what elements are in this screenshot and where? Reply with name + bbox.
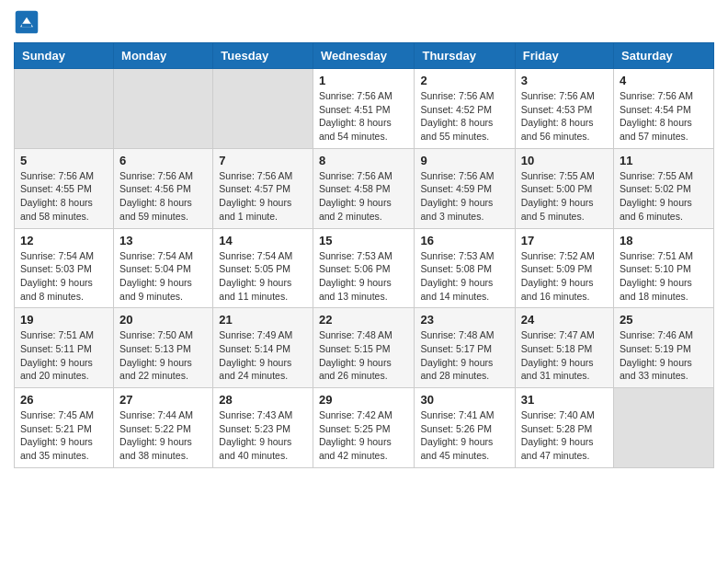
week-row-2: 5Sunrise: 7:56 AM Sunset: 4:55 PM Daylig… xyxy=(15,148,714,228)
calendar-cell: 26Sunrise: 7:45 AM Sunset: 5:21 PM Dayli… xyxy=(15,388,114,468)
week-row-5: 26Sunrise: 7:45 AM Sunset: 5:21 PM Dayli… xyxy=(15,388,714,468)
calendar-cell: 29Sunrise: 7:42 AM Sunset: 5:25 PM Dayli… xyxy=(313,388,415,468)
day-info: Sunrise: 7:55 AM Sunset: 5:02 PM Dayligh… xyxy=(620,169,708,224)
calendar-cell: 30Sunrise: 7:41 AM Sunset: 5:26 PM Dayli… xyxy=(415,388,515,468)
calendar-cell: 21Sunrise: 7:49 AM Sunset: 5:14 PM Dayli… xyxy=(213,308,313,388)
day-number: 5 xyxy=(20,154,108,167)
day-number: 2 xyxy=(420,74,508,87)
calendar-cell: 13Sunrise: 7:54 AM Sunset: 5:04 PM Dayli… xyxy=(114,228,213,308)
day-number: 29 xyxy=(319,393,409,407)
day-number: 31 xyxy=(521,393,608,407)
calendar-cell: 24Sunrise: 7:47 AM Sunset: 5:18 PM Dayli… xyxy=(515,308,613,388)
day-info: Sunrise: 7:47 AM Sunset: 5:18 PM Dayligh… xyxy=(521,328,608,383)
day-info: Sunrise: 7:53 AM Sunset: 5:08 PM Dayligh… xyxy=(420,249,508,304)
day-number: 14 xyxy=(219,234,307,247)
day-info: Sunrise: 7:50 AM Sunset: 5:13 PM Dayligh… xyxy=(119,328,207,383)
logo-icon xyxy=(14,9,40,35)
weekday-header-sunday: Sunday xyxy=(15,43,114,69)
day-number: 8 xyxy=(319,154,409,167)
day-info: Sunrise: 7:48 AM Sunset: 5:15 PM Dayligh… xyxy=(319,328,409,383)
week-row-4: 19Sunrise: 7:51 AM Sunset: 5:11 PM Dayli… xyxy=(15,308,714,388)
calendar-cell: 12Sunrise: 7:54 AM Sunset: 5:03 PM Dayli… xyxy=(15,228,114,308)
calendar-cell: 19Sunrise: 7:51 AM Sunset: 5:11 PM Dayli… xyxy=(15,308,114,388)
calendar-cell: 9Sunrise: 7:56 AM Sunset: 4:59 PM Daylig… xyxy=(415,148,515,228)
calendar-cell: 20Sunrise: 7:50 AM Sunset: 5:13 PM Dayli… xyxy=(114,308,213,388)
day-info: Sunrise: 7:56 AM Sunset: 4:54 PM Dayligh… xyxy=(620,89,708,144)
day-number: 24 xyxy=(521,313,608,327)
day-info: Sunrise: 7:54 AM Sunset: 5:04 PM Dayligh… xyxy=(119,249,207,304)
calendar-cell: 17Sunrise: 7:52 AM Sunset: 5:09 PM Dayli… xyxy=(515,228,613,308)
day-number: 20 xyxy=(119,313,207,327)
header xyxy=(14,9,714,35)
day-number: 3 xyxy=(521,74,608,87)
day-info: Sunrise: 7:56 AM Sunset: 4:57 PM Dayligh… xyxy=(219,169,307,224)
day-number: 4 xyxy=(620,74,708,87)
day-info: Sunrise: 7:56 AM Sunset: 4:59 PM Dayligh… xyxy=(420,169,508,224)
logo xyxy=(14,9,43,35)
calendar-cell: 8Sunrise: 7:56 AM Sunset: 4:58 PM Daylig… xyxy=(313,148,415,228)
calendar-cell: 31Sunrise: 7:40 AM Sunset: 5:28 PM Dayli… xyxy=(515,388,613,468)
day-info: Sunrise: 7:53 AM Sunset: 5:06 PM Dayligh… xyxy=(319,249,409,304)
calendar-cell: 25Sunrise: 7:46 AM Sunset: 5:19 PM Dayli… xyxy=(614,308,714,388)
day-info: Sunrise: 7:54 AM Sunset: 5:03 PM Dayligh… xyxy=(20,249,108,304)
day-number: 13 xyxy=(119,234,207,247)
day-info: Sunrise: 7:51 AM Sunset: 5:11 PM Dayligh… xyxy=(20,328,108,383)
day-info: Sunrise: 7:52 AM Sunset: 5:09 PM Dayligh… xyxy=(521,249,608,304)
day-info: Sunrise: 7:40 AM Sunset: 5:28 PM Dayligh… xyxy=(521,408,608,463)
day-info: Sunrise: 7:43 AM Sunset: 5:23 PM Dayligh… xyxy=(219,408,307,463)
day-info: Sunrise: 7:54 AM Sunset: 5:05 PM Dayligh… xyxy=(219,249,307,304)
day-info: Sunrise: 7:42 AM Sunset: 5:25 PM Dayligh… xyxy=(319,408,409,463)
calendar-cell: 10Sunrise: 7:55 AM Sunset: 5:00 PM Dayli… xyxy=(515,148,613,228)
svg-rect-2 xyxy=(22,24,32,28)
day-info: Sunrise: 7:45 AM Sunset: 5:21 PM Dayligh… xyxy=(20,408,108,463)
calendar-cell xyxy=(114,69,213,149)
day-number: 30 xyxy=(420,393,508,407)
calendar-cell: 27Sunrise: 7:44 AM Sunset: 5:22 PM Dayli… xyxy=(114,388,213,468)
calendar-cell xyxy=(614,388,714,468)
calendar-cell: 18Sunrise: 7:51 AM Sunset: 5:10 PM Dayli… xyxy=(614,228,714,308)
calendar-cell: 23Sunrise: 7:48 AM Sunset: 5:17 PM Dayli… xyxy=(415,308,515,388)
weekday-header-monday: Monday xyxy=(114,43,213,69)
day-number: 26 xyxy=(20,393,108,407)
day-info: Sunrise: 7:56 AM Sunset: 4:55 PM Dayligh… xyxy=(20,169,108,224)
day-info: Sunrise: 7:46 AM Sunset: 5:19 PM Dayligh… xyxy=(620,328,708,383)
day-info: Sunrise: 7:56 AM Sunset: 4:51 PM Dayligh… xyxy=(319,89,409,144)
week-row-1: 1Sunrise: 7:56 AM Sunset: 4:51 PM Daylig… xyxy=(15,69,714,149)
day-info: Sunrise: 7:56 AM Sunset: 4:53 PM Dayligh… xyxy=(521,89,608,144)
calendar-cell: 11Sunrise: 7:55 AM Sunset: 5:02 PM Dayli… xyxy=(614,148,714,228)
weekday-header-friday: Friday xyxy=(515,43,613,69)
day-info: Sunrise: 7:51 AM Sunset: 5:10 PM Dayligh… xyxy=(620,249,708,304)
calendar-table: SundayMondayTuesdayWednesdayThursdayFrid… xyxy=(14,42,714,468)
day-number: 9 xyxy=(420,154,508,167)
day-info: Sunrise: 7:41 AM Sunset: 5:26 PM Dayligh… xyxy=(420,408,508,463)
day-number: 23 xyxy=(420,313,508,327)
day-number: 28 xyxy=(219,393,307,407)
day-info: Sunrise: 7:56 AM Sunset: 4:58 PM Dayligh… xyxy=(319,169,409,224)
day-number: 17 xyxy=(521,234,608,247)
day-number: 21 xyxy=(219,313,307,327)
calendar-page: SundayMondayTuesdayWednesdayThursdayFrid… xyxy=(0,0,728,482)
day-number: 18 xyxy=(620,234,708,247)
day-number: 11 xyxy=(620,154,708,167)
weekday-header-row: SundayMondayTuesdayWednesdayThursdayFrid… xyxy=(15,43,714,69)
day-info: Sunrise: 7:56 AM Sunset: 4:52 PM Dayligh… xyxy=(420,89,508,144)
calendar-cell: 1Sunrise: 7:56 AM Sunset: 4:51 PM Daylig… xyxy=(313,69,415,149)
weekday-header-saturday: Saturday xyxy=(614,43,714,69)
calendar-cell: 3Sunrise: 7:56 AM Sunset: 4:53 PM Daylig… xyxy=(515,69,613,149)
calendar-cell xyxy=(15,69,114,149)
day-number: 10 xyxy=(521,154,608,167)
day-number: 1 xyxy=(319,74,409,87)
calendar-cell: 7Sunrise: 7:56 AM Sunset: 4:57 PM Daylig… xyxy=(213,148,313,228)
day-number: 7 xyxy=(219,154,307,167)
day-number: 6 xyxy=(119,154,207,167)
day-number: 15 xyxy=(319,234,409,247)
day-number: 27 xyxy=(119,393,207,407)
day-number: 19 xyxy=(20,313,108,327)
day-number: 16 xyxy=(420,234,508,247)
calendar-cell: 4Sunrise: 7:56 AM Sunset: 4:54 PM Daylig… xyxy=(614,69,714,149)
week-row-3: 12Sunrise: 7:54 AM Sunset: 5:03 PM Dayli… xyxy=(15,228,714,308)
calendar-cell xyxy=(213,69,313,149)
calendar-cell: 15Sunrise: 7:53 AM Sunset: 5:06 PM Dayli… xyxy=(313,228,415,308)
day-number: 22 xyxy=(319,313,409,327)
weekday-header-thursday: Thursday xyxy=(415,43,515,69)
